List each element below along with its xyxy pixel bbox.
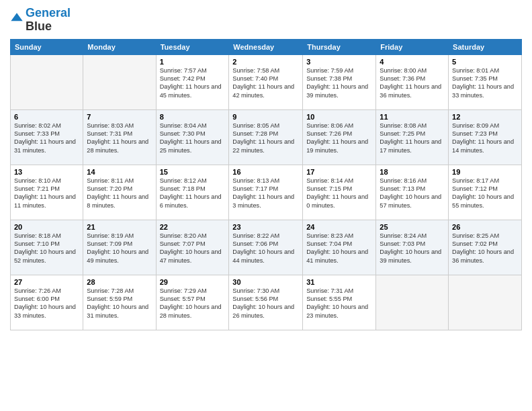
calendar-cell: 7Sunrise: 8:03 AM Sunset: 7:31 PM Daylig… (83, 109, 156, 165)
day-number: 14 (87, 168, 152, 176)
day-info: Sunrise: 8:01 AM Sunset: 7:35 PM Dayligh… (452, 66, 518, 100)
day-number: 29 (160, 278, 226, 286)
calendar-cell (83, 54, 156, 109)
week-row-0: 1Sunrise: 7:57 AM Sunset: 7:42 PM Daylig… (11, 54, 522, 109)
day-info: Sunrise: 7:29 AM Sunset: 5:57 PM Dayligh… (160, 287, 226, 320)
calendar-cell (11, 54, 83, 109)
day-info: Sunrise: 8:25 AM Sunset: 7:02 PM Dayligh… (452, 232, 518, 265)
calendar-cell: 21Sunrise: 8:19 AM Sunset: 7:09 PM Dayli… (83, 220, 156, 275)
day-number: 18 (380, 168, 445, 176)
calendar-cell: 9Sunrise: 8:05 AM Sunset: 7:28 PM Daylig… (229, 109, 303, 165)
calendar-cell: 25Sunrise: 8:24 AM Sunset: 7:03 PM Dayli… (376, 220, 449, 275)
calendar-cell: 18Sunrise: 8:16 AM Sunset: 7:13 PM Dayli… (376, 165, 449, 220)
week-row-4: 27Sunrise: 7:26 AM Sunset: 6:00 PM Dayli… (11, 275, 522, 330)
day-info: Sunrise: 8:18 AM Sunset: 7:10 PM Dayligh… (14, 232, 79, 265)
week-row-2: 13Sunrise: 8:10 AM Sunset: 7:21 PM Dayli… (11, 165, 522, 220)
calendar-table: SundayMondayTuesdayWednesdayThursdayFrid… (10, 39, 522, 330)
svg-marker-0 (11, 13, 22, 21)
day-header-wednesday: Wednesday (229, 39, 303, 54)
day-number: 12 (452, 113, 518, 121)
day-info: Sunrise: 8:09 AM Sunset: 7:23 PM Dayligh… (452, 122, 518, 155)
day-info: Sunrise: 8:24 AM Sunset: 7:03 PM Dayligh… (380, 232, 445, 265)
calendar-cell: 15Sunrise: 8:12 AM Sunset: 7:18 PM Dayli… (156, 165, 229, 220)
day-info: Sunrise: 7:31 AM Sunset: 5:55 PM Dayligh… (306, 287, 372, 320)
day-info: Sunrise: 8:02 AM Sunset: 7:33 PM Dayligh… (14, 122, 79, 155)
week-row-1: 6Sunrise: 8:02 AM Sunset: 7:33 PM Daylig… (11, 109, 522, 165)
calendar-cell (449, 275, 522, 330)
day-number: 28 (87, 278, 152, 286)
day-number: 19 (452, 168, 518, 176)
day-number: 31 (306, 278, 372, 286)
day-info: Sunrise: 7:57 AM Sunset: 7:42 PM Dayligh… (160, 66, 226, 100)
day-info: Sunrise: 7:58 AM Sunset: 7:40 PM Dayligh… (232, 66, 299, 100)
day-number: 6 (14, 113, 79, 121)
calendar-body: 1Sunrise: 7:57 AM Sunset: 7:42 PM Daylig… (11, 54, 522, 330)
day-number: 11 (380, 113, 445, 121)
day-info: Sunrise: 8:04 AM Sunset: 7:30 PM Dayligh… (160, 122, 226, 155)
calendar-cell: 2Sunrise: 7:58 AM Sunset: 7:40 PM Daylig… (229, 54, 303, 109)
day-info: Sunrise: 8:06 AM Sunset: 7:26 PM Dayligh… (306, 122, 372, 155)
calendar-cell: 3Sunrise: 7:59 AM Sunset: 7:38 PM Daylig… (303, 54, 376, 109)
calendar-cell: 29Sunrise: 7:29 AM Sunset: 5:57 PM Dayli… (156, 275, 229, 330)
day-info: Sunrise: 8:12 AM Sunset: 7:18 PM Dayligh… (160, 177, 226, 210)
day-info: Sunrise: 8:23 AM Sunset: 7:04 PM Dayligh… (306, 232, 372, 265)
day-info: Sunrise: 7:30 AM Sunset: 5:56 PM Dayligh… (232, 287, 299, 320)
calendar-cell: 8Sunrise: 8:04 AM Sunset: 7:30 PM Daylig… (156, 109, 229, 165)
day-info: Sunrise: 8:13 AM Sunset: 7:17 PM Dayligh… (232, 177, 299, 210)
day-number: 10 (306, 113, 372, 121)
day-number: 7 (87, 113, 152, 121)
logo: GeneralBlue (10, 7, 71, 34)
calendar-cell (376, 275, 449, 330)
day-number: 8 (160, 113, 226, 121)
calendar-cell: 14Sunrise: 8:11 AM Sunset: 7:20 PM Dayli… (83, 165, 156, 220)
day-header-sunday: Sunday (11, 39, 83, 54)
header: GeneralBlue (10, 7, 522, 34)
day-info: Sunrise: 8:03 AM Sunset: 7:31 PM Dayligh… (87, 122, 152, 155)
day-info: Sunrise: 8:22 AM Sunset: 7:06 PM Dayligh… (232, 232, 299, 265)
calendar-cell: 26Sunrise: 8:25 AM Sunset: 7:02 PM Dayli… (449, 220, 522, 275)
day-info: Sunrise: 8:17 AM Sunset: 7:12 PM Dayligh… (452, 177, 518, 210)
day-info: Sunrise: 8:05 AM Sunset: 7:28 PM Dayligh… (232, 122, 299, 155)
calendar-cell: 1Sunrise: 7:57 AM Sunset: 7:42 PM Daylig… (156, 54, 229, 109)
day-number: 20 (14, 223, 79, 231)
day-number: 3 (306, 58, 372, 66)
calendar-cell: 4Sunrise: 8:00 AM Sunset: 7:36 PM Daylig… (376, 54, 449, 109)
calendar-cell: 17Sunrise: 8:14 AM Sunset: 7:15 PM Dayli… (303, 165, 376, 220)
day-info: Sunrise: 8:00 AM Sunset: 7:36 PM Dayligh… (380, 66, 445, 100)
calendar-cell: 30Sunrise: 7:30 AM Sunset: 5:56 PM Dayli… (229, 275, 303, 330)
calendar-cell: 28Sunrise: 7:28 AM Sunset: 5:59 PM Dayli… (83, 275, 156, 330)
logo-icon (10, 12, 24, 26)
calendar-cell: 6Sunrise: 8:02 AM Sunset: 7:33 PM Daylig… (11, 109, 83, 165)
day-number: 25 (380, 223, 445, 231)
day-info: Sunrise: 7:28 AM Sunset: 5:59 PM Dayligh… (87, 287, 152, 320)
day-number: 27 (14, 278, 79, 286)
calendar-cell: 13Sunrise: 8:10 AM Sunset: 7:21 PM Dayli… (11, 165, 83, 220)
day-number: 23 (232, 223, 299, 231)
day-number: 5 (452, 58, 518, 66)
day-info: Sunrise: 8:19 AM Sunset: 7:09 PM Dayligh… (87, 232, 152, 265)
day-number: 26 (452, 223, 518, 231)
calendar-cell: 19Sunrise: 8:17 AM Sunset: 7:12 PM Dayli… (449, 165, 522, 220)
day-info: Sunrise: 8:14 AM Sunset: 7:15 PM Dayligh… (306, 177, 372, 210)
day-number: 17 (306, 168, 372, 176)
day-info: Sunrise: 8:08 AM Sunset: 7:25 PM Dayligh… (380, 122, 445, 155)
day-number: 2 (232, 58, 299, 66)
day-number: 16 (232, 168, 299, 176)
calendar-cell: 20Sunrise: 8:18 AM Sunset: 7:10 PM Dayli… (11, 220, 83, 275)
day-header-tuesday: Tuesday (156, 39, 229, 54)
day-info: Sunrise: 8:10 AM Sunset: 7:21 PM Dayligh… (14, 177, 79, 210)
day-number: 13 (14, 168, 79, 176)
day-number: 21 (87, 223, 152, 231)
calendar-cell: 10Sunrise: 8:06 AM Sunset: 7:26 PM Dayli… (303, 109, 376, 165)
day-info: Sunrise: 7:59 AM Sunset: 7:38 PM Dayligh… (306, 66, 372, 100)
calendar-cell: 5Sunrise: 8:01 AM Sunset: 7:35 PM Daylig… (449, 54, 522, 109)
calendar-cell: 27Sunrise: 7:26 AM Sunset: 6:00 PM Dayli… (11, 275, 83, 330)
day-number: 4 (380, 58, 445, 66)
logo-text: GeneralBlue (26, 7, 71, 34)
day-info: Sunrise: 7:26 AM Sunset: 6:00 PM Dayligh… (14, 287, 79, 320)
day-number: 9 (232, 113, 299, 121)
day-number: 24 (306, 223, 372, 231)
day-number: 15 (160, 168, 226, 176)
calendar-cell: 12Sunrise: 8:09 AM Sunset: 7:23 PM Dayli… (449, 109, 522, 165)
calendar-cell: 16Sunrise: 8:13 AM Sunset: 7:17 PM Dayli… (229, 165, 303, 220)
